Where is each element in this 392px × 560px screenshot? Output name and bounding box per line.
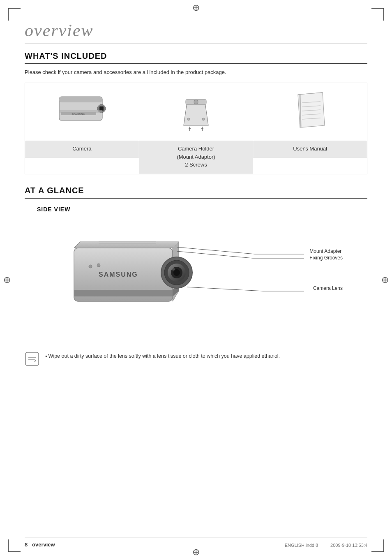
- svg-text:SAMSUNG: SAMSUNG: [72, 113, 85, 115]
- svg-line-45: [187, 287, 263, 291]
- svg-line-43: [177, 251, 253, 258]
- users-manual-label: User's Manual: [253, 141, 367, 158]
- section-rule: [25, 44, 367, 44]
- camera-label: Camera: [25, 141, 139, 158]
- svg-rect-1: [59, 97, 102, 102]
- reg-mark-top: ⊕: [192, 3, 200, 12]
- footer-filename: ENGLISH.indd 8: [285, 543, 318, 548]
- at-glance-rule: [25, 198, 367, 199]
- product-table: SAMSUNG Camera: [25, 83, 367, 174]
- page-section-title: overview: [25, 21, 367, 40]
- camera-lens-label: Camera Lens: [313, 285, 343, 292]
- camera-holder-illustration: [175, 90, 217, 132]
- footer-rule: [25, 537, 367, 537]
- page-footer: 8_ overview ENGLISH.indd 8 2009-9-10 13:…: [25, 541, 367, 548]
- note-icon: [25, 352, 39, 366]
- svg-point-11: [187, 118, 190, 120]
- intro-text: Please check if your camera and accessor…: [25, 69, 367, 75]
- reg-mark-right: ⊕: [381, 275, 389, 285]
- svg-point-4: [100, 107, 103, 110]
- leader-lines-svg: [25, 219, 367, 338]
- note-icon-svg: [25, 352, 39, 366]
- at-glance-heading: AT A GLANCE: [25, 186, 367, 195]
- svg-rect-47: [25, 352, 39, 366]
- camera-illustration: SAMSUNG: [53, 90, 111, 125]
- camera-image-cell: SAMSUNG: [25, 83, 139, 141]
- footer-date: 2009-9-10 13:53:4: [330, 543, 367, 548]
- footer-page-number: 8_ overview: [25, 541, 55, 548]
- svg-line-23: [300, 95, 301, 127]
- svg-marker-17: [298, 93, 325, 127]
- svg-point-10: [194, 100, 198, 104]
- svg-rect-7: [59, 110, 102, 113]
- camera-holder-image-cell: [139, 83, 253, 141]
- note-text: Wipe out a dirty surface of the lens sof…: [45, 352, 280, 360]
- side-view-title: SIDE VIEW: [37, 206, 367, 213]
- users-manual-image-cell: [253, 83, 367, 141]
- reg-mark-bottom: ⊕: [192, 548, 200, 557]
- whats-included-heading: WHAT'S INCLUDED: [25, 51, 367, 61]
- camera-diagram-area: SAMSUNG Mou: [25, 219, 367, 338]
- mount-adapter-label: Mount AdapterFixing Grooves: [309, 248, 343, 262]
- reg-mark-left: ⊕: [3, 275, 11, 285]
- svg-line-41: [177, 247, 255, 254]
- users-manual-illustration: [292, 90, 329, 132]
- svg-point-12: [202, 118, 205, 120]
- whats-included-rule: [25, 63, 367, 64]
- camera-holder-label: Camera Holder(Mount Adaptor)2 Screws: [139, 141, 253, 174]
- svg-marker-8: [184, 103, 208, 125]
- note-box: Wipe out a dirty surface of the lens sof…: [25, 350, 367, 368]
